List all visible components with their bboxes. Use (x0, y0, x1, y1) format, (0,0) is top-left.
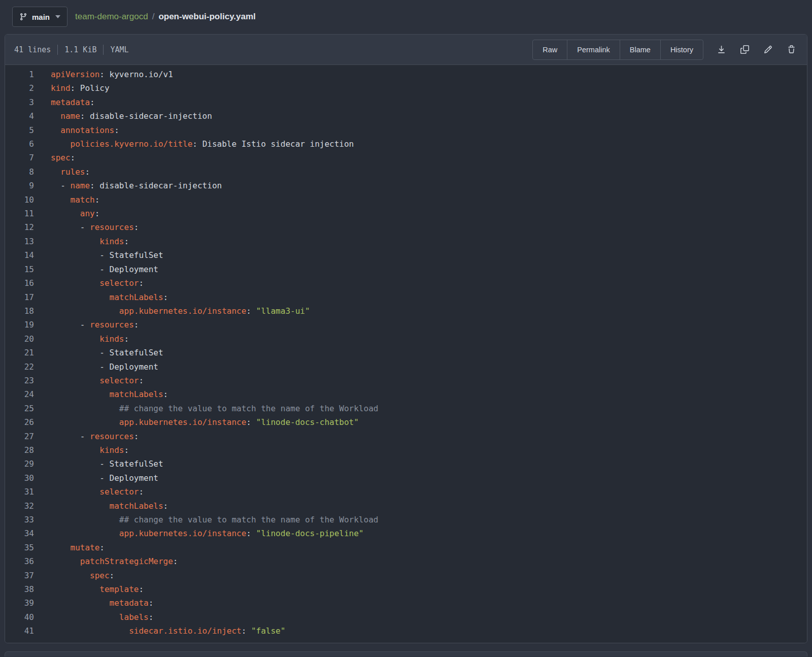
line-number[interactable]: 31 (5, 485, 34, 499)
line-number[interactable]: 15 (5, 262, 34, 276)
code-lines: 1apiVersion: kyverno.io/v12kind: Policy3… (5, 68, 807, 638)
line-number[interactable]: 19 (5, 318, 34, 332)
download-button[interactable] (712, 40, 731, 59)
file-view-button-group: Raw Permalink Blame History (532, 40, 703, 60)
copy-button[interactable] (735, 40, 754, 59)
code-line: 14 - StatefulSet (5, 248, 807, 262)
code-line-content: app.kubernetes.io/instance: "linode-docs… (51, 527, 364, 540)
code-line-content: selector: (51, 485, 144, 499)
line-number[interactable]: 11 (5, 207, 34, 220)
line-number[interactable]: 34 (5, 527, 34, 540)
line-number[interactable]: 24 (5, 387, 34, 401)
line-number[interactable]: 39 (5, 596, 34, 610)
line-number[interactable]: 37 (5, 569, 34, 582)
line-number[interactable]: 36 (5, 554, 34, 568)
blame-button[interactable]: Blame (620, 40, 660, 59)
line-number[interactable]: 12 (5, 220, 34, 234)
line-number[interactable]: 8 (5, 165, 34, 179)
line-number[interactable]: 32 (5, 499, 34, 513)
line-number[interactable]: 22 (5, 360, 34, 374)
branch-name-label: main (32, 13, 50, 21)
code-line-content: - resources: (51, 430, 139, 443)
line-number[interactable]: 38 (5, 582, 34, 596)
breadcrumb-repo-link[interactable]: team-demo-argocd (75, 12, 148, 22)
repo-file-topbar: main team-demo-argocd / open-webui-polic… (0, 0, 812, 34)
breadcrumb-file-name: open-webui-policy.yaml (158, 12, 255, 22)
line-number[interactable]: 41 (5, 624, 34, 638)
line-number[interactable]: 18 (5, 304, 34, 318)
line-number[interactable]: 16 (5, 276, 34, 290)
code-line: 8 rules: (5, 165, 807, 179)
code-line: 7spec: (5, 151, 807, 165)
line-number[interactable]: 5 (5, 123, 34, 137)
file-line-count: 41 lines (14, 45, 51, 54)
code-line-content: selector: (51, 374, 144, 387)
download-icon (717, 45, 726, 54)
edit-button[interactable] (758, 40, 777, 59)
line-number[interactable]: 26 (5, 415, 34, 429)
info-divider (57, 45, 58, 55)
line-number[interactable]: 6 (5, 137, 34, 151)
line-number[interactable]: 2 (5, 81, 34, 95)
line-number[interactable]: 14 (5, 248, 34, 262)
file-size: 1.1 KiB (64, 45, 96, 54)
code-line-content: matchLabels: (51, 499, 168, 513)
code-line: 28 kinds: (5, 443, 807, 457)
code-line: 2kind: Policy (5, 81, 807, 95)
line-number[interactable]: 40 (5, 610, 34, 624)
code-line: 25 ## change the value to match the name… (5, 402, 807, 415)
line-number[interactable]: 33 (5, 513, 34, 527)
next-section-edge (5, 651, 807, 656)
line-number[interactable]: 29 (5, 457, 34, 471)
code-line-content: - Deployment (51, 262, 158, 276)
code-line-content: kind: Policy (51, 81, 110, 95)
line-number[interactable]: 20 (5, 332, 34, 346)
raw-button[interactable]: Raw (533, 40, 567, 59)
code-view: 1apiVersion: kyverno.io/v12kind: Policy3… (5, 65, 807, 643)
code-line: 18 app.kubernetes.io/instance: "llama3-u… (5, 304, 807, 318)
code-line: 1apiVersion: kyverno.io/v1 (5, 68, 807, 81)
line-number[interactable]: 7 (5, 151, 34, 165)
code-line-content: - resources: (51, 220, 139, 234)
code-line-content: matchLabels: (51, 387, 168, 401)
line-number[interactable]: 17 (5, 290, 34, 304)
code-line: 35 mutate: (5, 541, 807, 554)
line-number[interactable]: 3 (5, 95, 34, 109)
history-button[interactable]: History (660, 40, 703, 59)
code-line: 12 - resources: (5, 220, 807, 234)
line-number[interactable]: 27 (5, 430, 34, 443)
line-number[interactable]: 21 (5, 346, 34, 359)
line-number[interactable]: 10 (5, 193, 34, 207)
code-line: 38 template: (5, 582, 807, 596)
file-actions: Raw Permalink Blame History (532, 40, 801, 60)
code-line-content: - Deployment (51, 471, 158, 485)
code-line: 5 annotations: (5, 123, 807, 137)
code-line: 31 selector: (5, 485, 807, 499)
line-number[interactable]: 25 (5, 402, 34, 415)
line-number[interactable]: 1 (5, 68, 34, 81)
code-line: 34 app.kubernetes.io/instance: "linode-d… (5, 527, 807, 540)
line-number[interactable]: 23 (5, 374, 34, 387)
code-line-content: ## change the value to match the name of… (51, 513, 378, 527)
code-line-content: sidecar.istio.io/inject: "false" (51, 624, 285, 638)
line-number[interactable]: 4 (5, 109, 34, 123)
line-number[interactable]: 28 (5, 443, 34, 457)
line-number[interactable]: 9 (5, 179, 34, 192)
code-line-content: labels: (51, 610, 153, 624)
code-line-content: kinds: (51, 235, 129, 248)
code-line: 6 policies.kyverno.io/title: Disable Ist… (5, 137, 807, 151)
code-line: 37 spec: (5, 569, 807, 582)
code-line: 15 - Deployment (5, 262, 807, 276)
line-number[interactable]: 30 (5, 471, 34, 485)
code-line: 29 - StatefulSet (5, 457, 807, 471)
line-number[interactable]: 13 (5, 235, 34, 248)
delete-button[interactable] (782, 40, 801, 59)
breadcrumb-separator: / (152, 12, 155, 22)
code-line-content: kinds: (51, 443, 129, 457)
code-line-content: - name: disable-sidecar-injection (51, 179, 222, 192)
code-line-content: selector: (51, 276, 144, 290)
code-line: 39 metadata: (5, 596, 807, 610)
line-number[interactable]: 35 (5, 541, 34, 554)
branch-selector-button[interactable]: main (12, 7, 67, 27)
permalink-button[interactable]: Permalink (567, 40, 619, 59)
